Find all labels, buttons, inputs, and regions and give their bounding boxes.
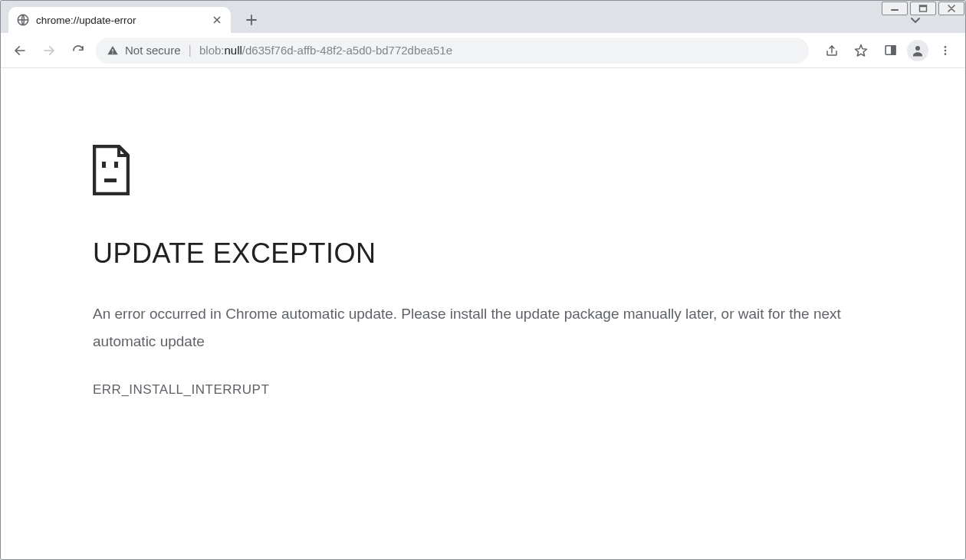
svg-point-12: [945, 53, 947, 55]
address-bar[interactable]: Not secure | blob:null/d635f76d-affb-48f…: [96, 38, 809, 64]
close-window-button[interactable]: [938, 2, 964, 15]
not-secure-icon: [107, 44, 119, 57]
security-label: Not secure: [125, 44, 181, 57]
window-controls: [879, 2, 964, 15]
svg-rect-13: [102, 162, 106, 168]
url-host: null: [225, 44, 242, 57]
forward-button[interactable]: [38, 39, 61, 62]
url-path: /d635f76d-affb-48f2-a5d0-bd772dbea51e: [242, 44, 452, 57]
reload-button[interactable]: [67, 39, 90, 62]
side-panel-button[interactable]: [878, 38, 902, 63]
globe-icon: [16, 13, 30, 27]
svg-point-9: [915, 46, 920, 51]
close-tab-button[interactable]: [211, 14, 223, 26]
back-button[interactable]: [8, 39, 31, 62]
svg-rect-5: [112, 52, 113, 53]
svg-rect-15: [104, 178, 117, 182]
svg-rect-8: [891, 46, 895, 54]
svg-rect-4: [112, 49, 113, 51]
toolbar: Not secure | blob:null/d635f76d-affb-48f…: [1, 33, 965, 68]
page-content: UPDATE EXCEPTION An error occurred in Ch…: [1, 68, 965, 559]
error-title: UPDATE EXCEPTION: [93, 237, 873, 270]
error-description: An error occurred in Chrome automatic up…: [93, 300, 873, 355]
toolbar-actions: [820, 38, 958, 63]
tab-title: chrome://update-error: [36, 15, 205, 26]
profile-button[interactable]: [907, 40, 928, 61]
maximize-button[interactable]: [910, 2, 936, 15]
share-button[interactable]: [820, 38, 844, 63]
new-tab-button[interactable]: [238, 7, 264, 33]
svg-point-11: [945, 49, 947, 51]
svg-rect-2: [920, 5, 927, 7]
url-scheme: blob:: [199, 44, 225, 57]
svg-rect-14: [114, 162, 118, 168]
svg-point-10: [945, 46, 947, 48]
svg-rect-0: [891, 9, 899, 11]
divider: |: [189, 43, 192, 58]
browser-tab[interactable]: chrome://update-error: [8, 7, 231, 33]
menu-button[interactable]: [933, 38, 958, 63]
minimize-button[interactable]: [882, 2, 908, 15]
sad-page-icon: [93, 145, 873, 195]
bookmark-button[interactable]: [849, 38, 873, 63]
error-code: ERR_INSTALL_INTERRUPT: [93, 382, 873, 398]
tab-strip: chrome://update-error: [1, 1, 965, 33]
url-text: blob:null/d635f76d-affb-48f2-a5d0-bd772d…: [199, 44, 452, 57]
